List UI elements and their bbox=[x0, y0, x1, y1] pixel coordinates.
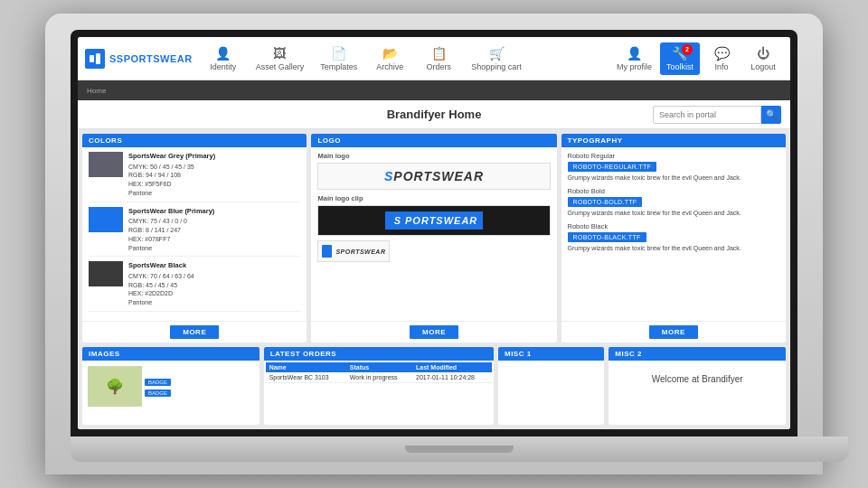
nav-logout[interactable]: ⏻ Logout bbox=[743, 42, 783, 75]
typo-item-bold: Roboto Bold ROBOTO-BOLD.TTF Grumpy wizar… bbox=[568, 187, 779, 217]
nav-item-shopping-cart[interactable]: 🛒 Shopping cart bbox=[464, 42, 529, 75]
toolkist-label: Toolkist bbox=[666, 62, 693, 71]
toolkist-badge: 2 bbox=[682, 44, 693, 55]
typography-card-footer: MORE bbox=[561, 321, 786, 343]
main-logo-clip-label: Main logo clip bbox=[317, 194, 550, 202]
typo-black-sample: Grumpy wizards make toxic brew for the e… bbox=[568, 244, 779, 252]
nav-my-profile[interactable]: 👤 My profile bbox=[610, 42, 658, 75]
laptop-base bbox=[71, 436, 848, 462]
col-modified: Last Modified bbox=[412, 362, 492, 372]
top-navigation: SsportsWeAR 👤 Identity 🖼 Asset Gallery 📄 bbox=[78, 37, 790, 80]
typo-bold-name: Roboto Bold bbox=[568, 187, 779, 195]
order-name: SportsWear BC 3103 bbox=[266, 372, 346, 383]
colors-card-footer: MORE bbox=[82, 321, 307, 343]
nav-item-archive[interactable]: 📂 Archive bbox=[366, 42, 413, 75]
templates-label: Templates bbox=[320, 62, 357, 71]
image-badges: BADGE BADGE bbox=[145, 377, 171, 397]
identity-label: Identity bbox=[210, 62, 236, 71]
brand-name: SsportsWeAR bbox=[109, 53, 193, 64]
typography-card-header: TYPOGRAPHY bbox=[561, 134, 786, 147]
info-label: Info bbox=[714, 62, 728, 71]
svg-rect-1 bbox=[96, 53, 100, 64]
color-item-blue: SportsWear Blue (Primary) CMYK: 75 / 43 … bbox=[89, 207, 300, 258]
nav-items: 👤 Identity 🖼 Asset Gallery 📄 Templates 📂… bbox=[200, 42, 610, 75]
search-button[interactable]: 🔍 bbox=[761, 106, 781, 124]
asset-gallery-icon: 🖼 bbox=[273, 46, 286, 61]
colors-card-body: SportsWear Grey (Primary) CMYK: 50 / 45 … bbox=[82, 147, 307, 321]
small-logo-icon bbox=[322, 245, 332, 258]
image-badge-1: BADGE bbox=[145, 379, 171, 386]
typo-item-regular: Roboto Regular ROBOTO-REGULAR.TTF Grumpy… bbox=[568, 152, 779, 182]
nav-item-asset-gallery[interactable]: 🖼 Asset Gallery bbox=[249, 42, 312, 75]
nav-item-templates[interactable]: 📄 Templates bbox=[313, 42, 364, 75]
color-hex-black: HEX: #2D2D2D bbox=[128, 289, 194, 298]
info-icon: 💬 bbox=[714, 46, 730, 61]
misc1-card-header: Misc 1 bbox=[498, 347, 604, 361]
main-logo-clip-display: SPORTSWEAR bbox=[317, 205, 550, 236]
orders-card-header: Latest Orders bbox=[264, 347, 494, 361]
breadcrumb: Home bbox=[87, 87, 106, 95]
image-placeholder-tree: 🌳 bbox=[88, 366, 142, 407]
small-logo-text: SPORTSWEAR bbox=[335, 249, 385, 255]
top-row: Colors SportsWear Grey (Primary) CMYK: 5… bbox=[82, 134, 786, 343]
images-card-body: 🌳 BADGE BADGE bbox=[82, 361, 259, 425]
logout-label: Logout bbox=[750, 62, 776, 71]
templates-icon: 📄 bbox=[331, 46, 346, 61]
color-name-blue: SportsWear Blue (Primary) bbox=[128, 207, 214, 217]
typo-regular-btn[interactable]: ROBOTO-REGULAR.TTF bbox=[568, 162, 657, 172]
misc1-card: Misc 1 bbox=[498, 347, 604, 425]
color-item-grey: SportsWear Grey (Primary) CMYK: 50 / 45 … bbox=[89, 152, 300, 202]
col-name: Name bbox=[266, 362, 346, 372]
nav-toolkist[interactable]: 2 🔧 Toolkist bbox=[660, 42, 700, 75]
typo-black-btn[interactable]: ROBOTO-BLACK.TTF bbox=[568, 232, 646, 242]
misc2-card: Misc 2 Welcome at Brandifyer bbox=[609, 347, 786, 425]
typography-card: TYPOGRAPHY Roboto Regular ROBOTO-REGULAR… bbox=[561, 134, 786, 343]
colors-card-header: Colors bbox=[82, 134, 307, 147]
images-card-header: Images bbox=[82, 347, 259, 361]
color-info-black: SportsWear Black CMYK: 70 / 64 / 63 / 64… bbox=[128, 261, 194, 307]
logout-icon: ⏻ bbox=[757, 46, 769, 61]
screen: SsportsWeAR 👤 Identity 🖼 Asset Gallery 📄 bbox=[78, 37, 790, 429]
color-name-grey: SportsWear Grey (Primary) bbox=[128, 152, 215, 162]
identity-icon: 👤 bbox=[215, 46, 231, 61]
svg-rect-0 bbox=[90, 55, 94, 62]
asset-gallery-label: Asset Gallery bbox=[256, 62, 305, 71]
order-status: Work in progress bbox=[346, 372, 412, 383]
color-info-blue: SportsWear Blue (Primary) CMYK: 75 / 43 … bbox=[128, 207, 214, 253]
nav-item-orders[interactable]: 📋 Orders bbox=[415, 42, 462, 75]
color-cmyk-black: CMYK: 70 / 64 / 63 / 64 bbox=[128, 272, 194, 281]
logo-card-header: Logo bbox=[311, 134, 556, 147]
color-swatch-blue bbox=[89, 207, 123, 232]
typo-bold-btn[interactable]: ROBOTO-BOLD.TTF bbox=[568, 197, 643, 207]
laptop-notch bbox=[405, 446, 514, 453]
logo-card-footer: MORE bbox=[311, 321, 556, 343]
orders-label: Orders bbox=[426, 62, 451, 71]
misc1-card-body bbox=[498, 361, 604, 425]
logo-area: SsportsWeAR bbox=[85, 49, 193, 69]
nav-info[interactable]: 💬 Info bbox=[702, 42, 741, 75]
typo-regular-name: Roboto Regular bbox=[568, 152, 779, 160]
color-rgb-black: RGB: 45 / 45 / 45 bbox=[128, 281, 194, 290]
search-input[interactable] bbox=[653, 106, 761, 124]
color-hex-blue: HEX: #078FF7 bbox=[128, 235, 214, 244]
color-cmyk-blue: CMYK: 75 / 43 / 0 / 0 bbox=[128, 217, 214, 226]
page-header: Brandifyer Home 🔍 bbox=[78, 100, 790, 129]
colors-card: Colors SportsWear Grey (Primary) CMYK: 5… bbox=[82, 134, 307, 343]
typography-more-button[interactable]: MORE bbox=[649, 325, 698, 339]
misc2-card-header: Misc 2 bbox=[609, 347, 786, 361]
nav-item-identity[interactable]: 👤 Identity bbox=[200, 42, 247, 75]
laptop-shell: SsportsWeAR 👤 Identity 🖼 Asset Gallery 📄 bbox=[45, 14, 823, 474]
nav-right: 👤 My profile 2 🔧 Toolkist 💬 Info ⏻ bbox=[610, 42, 783, 75]
shopping-cart-label: Shopping cart bbox=[471, 62, 522, 71]
typo-bold-sample: Grumpy wizards make toxic brew for the e… bbox=[568, 209, 779, 217]
typo-black-name: Roboto Black bbox=[568, 222, 779, 230]
color-swatch-grey bbox=[89, 152, 123, 177]
order-modified: 2017-01-11 10:24:28 bbox=[412, 372, 492, 383]
shopping-cart-icon: 🛒 bbox=[489, 46, 505, 61]
main-content: Colors SportsWear Grey (Primary) CMYK: 5… bbox=[78, 129, 790, 429]
colors-more-button[interactable]: MORE bbox=[170, 325, 219, 339]
color-name-black: SportsWear Black bbox=[128, 261, 194, 271]
color-item-black: SportsWear Black CMYK: 70 / 64 / 63 / 64… bbox=[89, 261, 300, 312]
logo-more-button[interactable]: MORE bbox=[410, 325, 458, 339]
logo-card-body: Main logo SPORTSWEAR Main logo clip SPOR… bbox=[311, 147, 556, 321]
